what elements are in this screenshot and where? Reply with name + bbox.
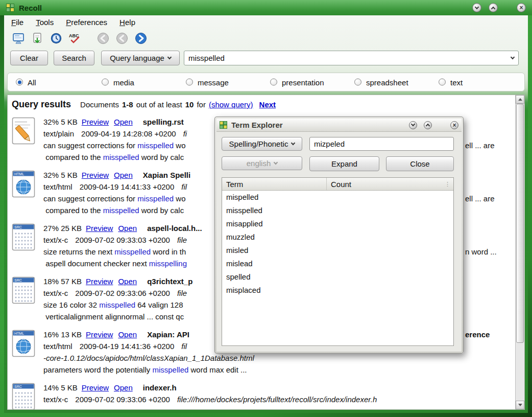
query-language-dropdown[interactable]: Query language: [101, 51, 180, 65]
term-cell: muzzled: [222, 230, 327, 244]
expansion-mode-dropdown[interactable]: Spelling/Phonetic: [222, 137, 302, 151]
result-table-icon[interactable]: [11, 31, 25, 45]
results-scrollbar[interactable]: [515, 95, 524, 409]
open-link[interactable]: Open: [118, 330, 137, 339]
show-query-link[interactable]: (show query): [209, 100, 253, 109]
term-column-header[interactable]: Term: [222, 178, 327, 190]
highlighted-term: misspelled: [114, 247, 151, 256]
shade-icon[interactable]: [409, 121, 417, 129]
spellcheck-abc-icon[interactable]: ABC: [68, 31, 82, 45]
term-row[interactable]: misplaced: [222, 284, 453, 297]
open-link[interactable]: Open: [118, 224, 137, 233]
open-link[interactable]: Open: [118, 277, 137, 286]
preview-link[interactable]: Preview: [82, 171, 109, 179]
filter-label: spreadsheet: [366, 78, 408, 86]
term-row[interactable]: mispelled: [222, 191, 453, 204]
svg-text:HTML: HTML: [14, 332, 24, 335]
open-link[interactable]: Open: [114, 383, 133, 392]
preview-link[interactable]: Preview: [86, 330, 113, 339]
term-row[interactable]: misled: [222, 244, 453, 257]
preview-link[interactable]: Preview: [86, 224, 113, 233]
filter-text[interactable]: text: [439, 78, 463, 86]
scroll-down-icon[interactable]: [516, 401, 524, 409]
next-page-link[interactable]: Next: [259, 100, 276, 109]
scroll-up-icon[interactable]: [516, 95, 524, 104]
result-title: q3richtext_p: [147, 277, 192, 286]
language-dropdown[interactable]: english: [222, 156, 302, 170]
radio-icon[interactable]: [354, 79, 361, 86]
source-icon: SRC: [12, 222, 36, 269]
highlighted-term: misspelled: [103, 206, 139, 215]
save-document-icon[interactable]: [30, 31, 44, 45]
term-explorer-titlebar[interactable]: Term Explorer ×: [216, 119, 462, 132]
title-bar[interactable]: Recoll ×: [0, 0, 532, 15]
search-input[interactable]: [184, 54, 507, 62]
radio-icon[interactable]: [270, 79, 277, 86]
overflow-text: ell ... are: [465, 193, 495, 204]
page-forward-icon[interactable]: [134, 31, 148, 45]
result-title: indexer.h: [143, 383, 177, 392]
filter-spreadsheet[interactable]: spreadsheet: [354, 78, 408, 86]
preview-link[interactable]: Preview: [82, 383, 109, 392]
term-row[interactable]: misspelled: [222, 204, 453, 217]
count-cell: [327, 284, 453, 297]
combo-dropdown-icon[interactable]: [507, 51, 518, 65]
history-clock-icon[interactable]: [49, 31, 63, 45]
close-dialog-button[interactable]: Close: [386, 156, 454, 171]
expand-button[interactable]: Expand: [309, 156, 379, 171]
mime-type: text/html: [43, 342, 72, 351]
term-row[interactable]: mislead: [222, 257, 453, 270]
term-input[interactable]: [309, 137, 454, 151]
radio-icon[interactable]: [102, 79, 109, 86]
page-back-icon[interactable]: [96, 31, 110, 45]
menu-preferences[interactable]: Preferences: [66, 18, 107, 27]
open-link[interactable]: Open: [114, 171, 133, 179]
mime-type: text/x-c: [43, 236, 68, 244]
snippet-text: size 16 color 32: [43, 300, 99, 309]
doc-url: file: [177, 236, 187, 244]
radio-icon[interactable]: [186, 79, 193, 86]
result-meta: text/x-c2009-07-02 09:33:06 +0200file://…: [43, 393, 515, 405]
header-menu-icon[interactable]: ⋮: [445, 181, 451, 188]
preview-link[interactable]: Preview: [82, 118, 109, 126]
close-icon[interactable]: ×: [517, 3, 526, 12]
filter-message[interactable]: message: [186, 78, 229, 86]
radio-icon[interactable]: [16, 79, 23, 86]
preview-link[interactable]: Preview: [86, 277, 113, 286]
result-text: 14% 5 KBPreviewOpenindexer.htext/x-c2009…: [43, 382, 515, 409]
radio-icon[interactable]: [439, 79, 446, 86]
restore-icon[interactable]: [489, 3, 498, 12]
term-row[interactable]: misapplied: [222, 217, 453, 230]
term-cell: misplaced: [222, 284, 327, 297]
snippet-text: wo: [174, 194, 185, 203]
filter-label: message: [198, 78, 229, 86]
filter-all[interactable]: All: [16, 78, 36, 86]
menu-file[interactable]: File: [11, 18, 23, 27]
html-icon: HTML: [12, 329, 36, 376]
doc-date: 2009-07-02 09:33:06 +0200: [75, 289, 170, 297]
open-link[interactable]: Open: [114, 118, 133, 126]
clear-button[interactable]: Clear: [10, 51, 48, 65]
snippet-text: 64 valign 128: [135, 300, 183, 309]
term-cell: misspelled: [222, 204, 327, 217]
page-back-alt-icon[interactable]: [115, 31, 129, 45]
restore-icon[interactable]: [424, 121, 432, 129]
menu-help[interactable]: Help: [119, 18, 135, 27]
close-icon[interactable]: ×: [450, 121, 458, 129]
relevance-size: 27% 25 KB: [43, 224, 82, 233]
filter-media[interactable]: media: [102, 78, 134, 86]
term-table: Term Count ⋮ mispelledmisspelledmisappli…: [222, 177, 454, 346]
search-button[interactable]: Search: [54, 51, 94, 65]
doc-date: 2009-04-19 14:41:33 +0200: [80, 182, 175, 191]
scrollbar-thumb[interactable]: [516, 104, 524, 343]
count-cell: [327, 244, 453, 257]
count-cell: [327, 270, 453, 284]
menu-tools[interactable]: Tools: [36, 18, 54, 27]
term-row[interactable]: muzzled: [222, 230, 453, 244]
mime-type: text/x-c: [43, 289, 68, 297]
term-row[interactable]: spelled: [222, 270, 453, 284]
shade-icon[interactable]: [472, 3, 481, 12]
filter-presentation[interactable]: presentation: [270, 78, 324, 86]
count-cell: [327, 191, 453, 204]
count-column-header[interactable]: Count: [327, 180, 453, 189]
